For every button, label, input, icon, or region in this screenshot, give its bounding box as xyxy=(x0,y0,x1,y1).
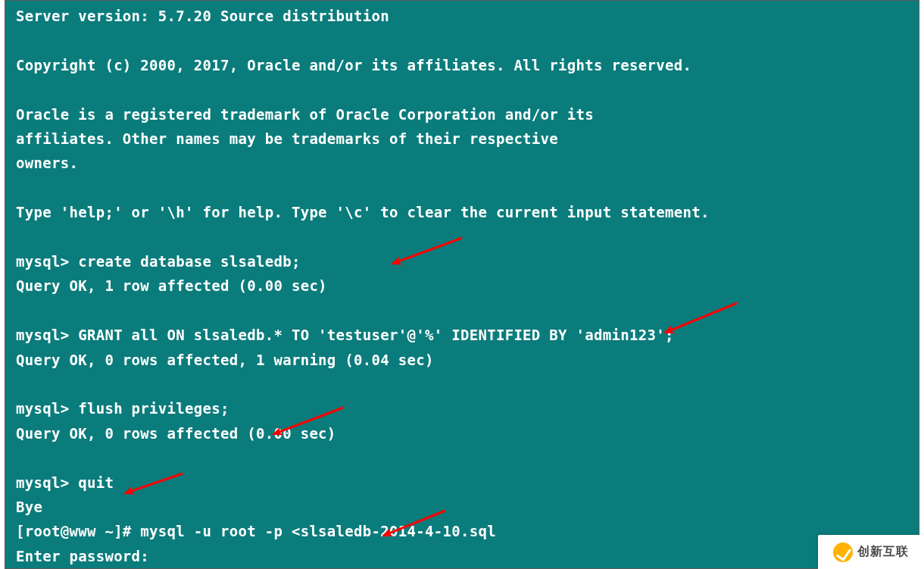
terminal-line: Query OK, 0 rows affected (0.00 sec) xyxy=(16,421,919,446)
watermark: 创新互联 xyxy=(818,535,924,569)
terminal-line: mysql> quit xyxy=(16,471,919,495)
terminal-line: Copyright (c) 2000, 2017, Oracle and/or … xyxy=(16,53,919,77)
watermark-text: 创新互联 xyxy=(857,544,909,560)
terminal-line: Bye xyxy=(16,495,919,519)
terminal-line: Type 'help;' or '\h' for help. Type '\c'… xyxy=(16,200,919,224)
terminal-line xyxy=(16,77,919,102)
terminal-line xyxy=(16,176,919,200)
terminal-line: affiliates. Other names may be trademark… xyxy=(16,127,919,151)
terminal-window-frame: Server version: 5.7.20 Source distributi… xyxy=(5,0,919,569)
terminal-line: Query OK, 0 rows affected, 1 warning (0.… xyxy=(16,348,919,372)
terminal-line: owners. xyxy=(16,151,919,175)
terminal-line xyxy=(16,299,919,323)
terminal-line xyxy=(16,446,919,470)
terminal-line: Query OK, 1 row affected (0.00 sec) xyxy=(16,274,919,298)
terminal-line xyxy=(16,372,919,396)
terminal-line: Enter password: xyxy=(16,544,919,568)
terminal-line: mysql> GRANT all ON slsaledb.* TO 'testu… xyxy=(16,323,919,347)
terminal-line: mysql> create database slsaledb; xyxy=(16,249,919,274)
terminal-output: Server version: 5.7.20 Source distributi… xyxy=(16,4,919,568)
terminal-line: [root@www ~]# mysql -u root -p <slsaledb… xyxy=(16,519,919,543)
check-badge-icon xyxy=(833,542,853,562)
terminal-line: mysql> flush privileges; xyxy=(16,396,919,420)
terminal-line: Oracle is a registered trademark of Orac… xyxy=(16,102,919,127)
terminal-line xyxy=(16,28,919,52)
terminal-line xyxy=(16,225,919,249)
terminal-line: Server version: 5.7.20 Source distributi… xyxy=(16,4,919,28)
